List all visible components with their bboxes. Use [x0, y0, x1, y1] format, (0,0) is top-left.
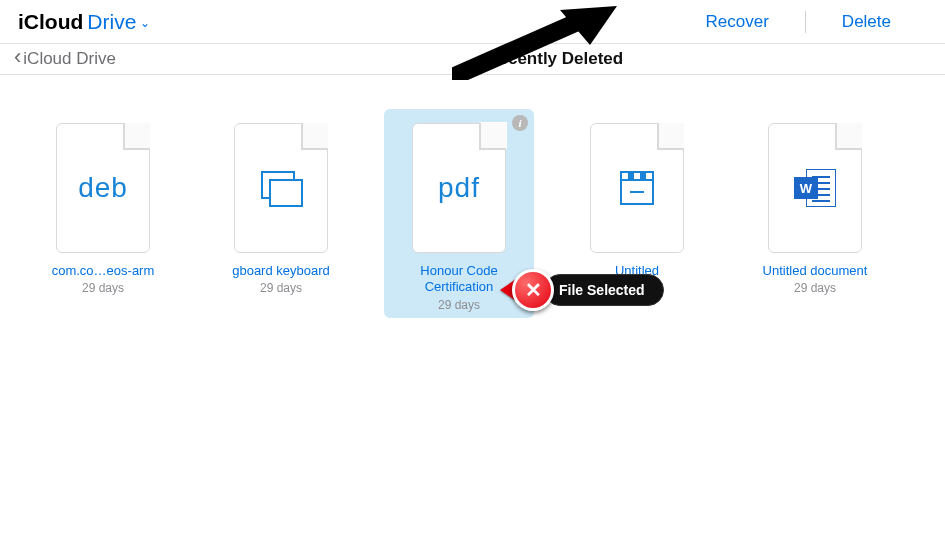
info-icon[interactable]: i: [512, 115, 528, 131]
page-title: Recently Deleted: [486, 49, 623, 69]
chevron-down-icon: ⌄: [140, 16, 150, 30]
file-thumbnail: deb: [56, 123, 150, 253]
file-item[interactable]: W Untitled document 29 days: [740, 109, 890, 318]
file-days: 29 days: [616, 281, 658, 295]
brand-drive: Drive: [87, 10, 136, 34]
recover-button[interactable]: Recover: [670, 12, 805, 32]
back-button[interactable]: ‹ iCloud Drive: [14, 48, 116, 70]
file-thumbnail: pdf: [412, 123, 506, 253]
file-thumbnail: [234, 123, 328, 253]
header-actions: Recover Delete: [670, 11, 927, 33]
word-doc-icon: W: [794, 169, 836, 207]
file-name: gboard keyboard: [232, 263, 330, 279]
delete-button[interactable]: Delete: [806, 12, 927, 32]
file-item[interactable]: deb com.co…eos-arm 29 days: [28, 109, 178, 318]
file-item[interactable]: gboard keyboard 29 days: [206, 109, 356, 318]
breadcrumb-bar: ‹ iCloud Drive Recently Deleted: [0, 44, 945, 75]
file-days: 29 days: [438, 298, 480, 312]
file-name: Untitled: [615, 263, 659, 279]
chevron-left-icon: ‹: [14, 46, 21, 68]
header-bar: iCloud Drive ⌄ Recover Delete: [0, 0, 945, 44]
file-item-selected[interactable]: i pdf Honour Code Certification 29 days: [384, 109, 534, 318]
clapperboard-icon: [620, 171, 654, 205]
file-ext-icon: deb: [78, 172, 128, 204]
file-name: Honour Code Certification: [389, 263, 529, 296]
file-days: 29 days: [82, 281, 124, 295]
file-name: com.co…eos-arm: [52, 263, 155, 279]
brand-icloud: iCloud: [18, 10, 83, 34]
folder-icon: [261, 171, 301, 205]
file-days: 29 days: [260, 281, 302, 295]
file-item[interactable]: Untitled 29 days: [562, 109, 712, 318]
file-grid: deb com.co…eos-arm 29 days gboard keyboa…: [0, 75, 945, 352]
file-name: Untitled document: [763, 263, 868, 279]
icloud-drive-dropdown[interactable]: iCloud Drive ⌄: [18, 10, 150, 34]
back-label: iCloud Drive: [23, 49, 116, 69]
file-days: 29 days: [794, 281, 836, 295]
file-thumbnail: [590, 123, 684, 253]
file-thumbnail: W: [768, 123, 862, 253]
file-ext-icon: pdf: [438, 172, 480, 204]
